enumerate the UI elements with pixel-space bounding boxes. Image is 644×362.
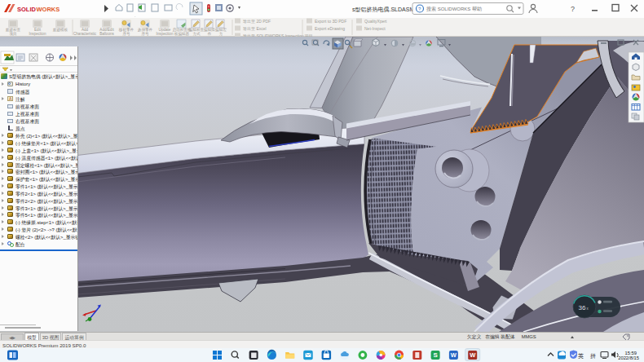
svg-text:2022/8/15: 2022/8/15 [618, 355, 639, 360]
svg-text:W: W [470, 351, 476, 359]
svg-text:36: 36 [579, 304, 586, 311]
svg-text:Export eDrawing: Export eDrawing [315, 26, 345, 31]
svg-text:s型铝挤热电偶.SLDASM: s型铝挤热电偶.SLDASM [352, 7, 414, 13]
svg-text:项目: 项目 [9, 32, 16, 37]
svg-text:导出至 2D PDF: 导出至 2D PDF [243, 19, 271, 24]
svg-text:Characteristic: Characteristic [73, 32, 97, 36]
svg-text:板编辑器: 板编辑器 [174, 32, 190, 36]
svg-text:Export to 3D PDF: Export to 3D PDF [315, 19, 346, 24]
svg-text:?: ? [571, 5, 575, 13]
svg-text:S: S [433, 351, 438, 359]
svg-text:W: W [451, 351, 457, 359]
svg-text:序号: 序号 [122, 32, 130, 36]
svg-text:新建模板: 新建模板 [53, 28, 68, 33]
svg-text:方: 方 [219, 32, 223, 37]
svg-text:导出至 Excel: 导出至 Excel [243, 26, 267, 31]
svg-text:英: 英 [578, 353, 584, 360]
svg-text:SOLID: SOLID [17, 6, 37, 13]
svg-text:Inspection: Inspection [157, 32, 174, 36]
svg-text:.: . [135, 14, 135, 18]
svg-text:方式: 方式 [192, 32, 201, 37]
svg-text:拼: 拼 [590, 353, 596, 359]
svg-text:作: 作 [207, 32, 212, 36]
svg-text:Inspection: Inspection [29, 32, 46, 36]
svg-text:15:59: 15:59 [624, 351, 637, 355]
svg-text:WORKS: WORKS [37, 6, 60, 13]
svg-text:Balloons: Balloons [99, 32, 114, 36]
svg-text:Net-Inspect: Net-Inspect [364, 26, 386, 31]
svg-text:QualityXpert: QualityXpert [364, 19, 387, 24]
svg-text:序号: 序号 [141, 32, 149, 36]
svg-text:搜索 SOLIDWORKS 帮助: 搜索 SOLIDWORKS 帮助 [426, 6, 482, 12]
